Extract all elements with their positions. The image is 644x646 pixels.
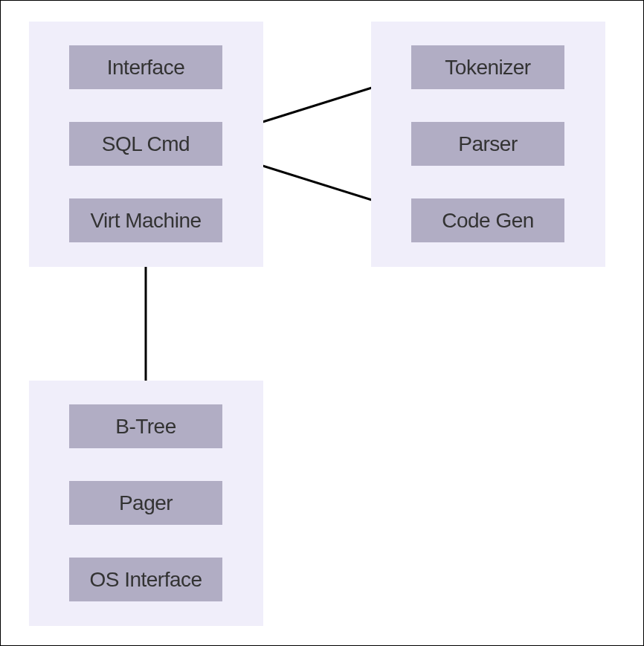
- node-virt-machine: Virt Machine: [69, 198, 222, 242]
- diagram-canvas: Interface SQL Cmd Virt Machine Tokenizer…: [0, 0, 644, 646]
- node-label: B-Tree: [115, 415, 176, 439]
- node-os-interface: OS Interface: [69, 558, 222, 601]
- node-label: Interface: [107, 56, 184, 80]
- node-pager: Pager: [69, 481, 222, 525]
- node-code-gen: Code Gen: [411, 198, 564, 242]
- node-sql-cmd: SQL Cmd: [69, 122, 222, 166]
- node-label: Virt Machine: [90, 209, 201, 233]
- node-label: SQL Cmd: [102, 132, 190, 156]
- node-label: Parser: [458, 132, 517, 156]
- node-interface: Interface: [69, 45, 222, 89]
- node-b-tree: B-Tree: [69, 404, 222, 448]
- node-label: OS Interface: [89, 568, 202, 592]
- node-label: Code Gen: [442, 209, 534, 233]
- node-label: Tokenizer: [445, 56, 530, 80]
- node-tokenizer: Tokenizer: [411, 45, 564, 89]
- node-parser: Parser: [411, 122, 564, 166]
- node-label: Pager: [119, 491, 173, 515]
